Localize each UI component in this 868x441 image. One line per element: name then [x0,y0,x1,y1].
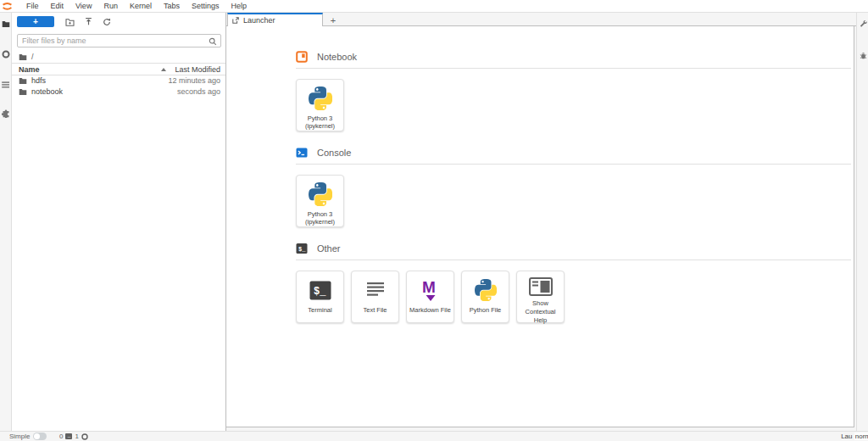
sort-ascending-icon[interactable] [161,68,166,71]
launcher-card-text-file[interactable]: Text File [351,271,399,323]
section-title: Notebook [317,52,357,62]
filter-files-box [17,34,221,47]
section-divider [296,260,851,260]
upload-button[interactable] [83,17,93,27]
file-name: hdfs [31,75,46,87]
launcher-card-notebook-python3[interactable]: Python 3 (ipykernel) [296,79,344,131]
toggle-knob [34,433,40,439]
status-right-text: Lau norm [841,433,868,440]
menu-help[interactable]: Help [225,0,253,12]
card-label: Markdown File [408,306,453,315]
card-label: Terminal [306,306,333,315]
file-row-hdfs[interactable]: hdfs 12 minutes ago [12,75,225,87]
debugger-icon[interactable] [857,48,868,62]
svg-text:M: M [422,278,436,296]
menu-view[interactable]: View [70,0,97,12]
main-dock-panel: Launcher + Notebook [226,13,856,431]
tab-launcher[interactable]: Launcher [227,13,323,26]
status-bar: Simple 0 _ 1 Lau norm [0,431,868,441]
section-title: Other [317,243,341,254]
launcher-card-python-file[interactable]: Python File [461,271,509,323]
search-icon [209,37,217,46]
console-icon [296,147,308,159]
menu-file[interactable]: File [20,0,45,12]
terminal-icon: $_ [308,277,333,303]
folder-icon [19,77,27,85]
breadcrumb-root[interactable]: / [31,53,34,61]
menu-bar: File Edit View Run Kernel Tabs Settings … [0,0,868,13]
card-label: Python File [468,306,504,315]
python-icon [308,181,333,207]
simple-mode-label: Simple [9,433,30,440]
column-last-modified[interactable]: Last Modified [175,64,220,75]
menu-tabs[interactable]: Tabs [158,0,186,12]
launcher-icon [232,17,239,24]
launcher-panel: Notebook Python 3 (ipykernel) [226,26,854,427]
launcher-card-contextual-help[interactable]: Show Contextual Help [516,271,565,323]
table-of-contents-icon[interactable] [0,76,12,93]
menu-edit[interactable]: Edit [45,0,70,12]
launcher-card-terminal[interactable]: $_ Terminal [296,271,344,323]
file-browser-toolbar: + [12,13,225,31]
kernel-terminal-counts[interactable]: 0 _ 1 [59,433,88,440]
svg-text:$_: $_ [298,245,306,252]
right-activity-bar [856,13,868,431]
tab-label: Launcher [243,16,275,25]
running-kernels-icon[interactable] [0,46,12,63]
simple-mode-toggle[interactable] [33,433,47,440]
home-folder-icon [19,53,27,61]
card-label: Python 3 (ipykernel) [297,114,343,131]
launcher-card-markdown-file[interactable]: M Markdown File [406,271,454,323]
launcher-section-notebook: Notebook Python 3 (ipykernel) [296,50,838,131]
new-tab-button[interactable]: + [326,14,340,26]
card-label: Text File [362,306,389,315]
launcher-card-console-python3[interactable]: Python 3 (ipykernel) [296,175,344,227]
jupyter-logo-icon [2,1,13,12]
menu-kernel[interactable]: Kernel [124,0,158,12]
launcher-section-other: $_ Other $_ Terminal [296,242,838,323]
section-divider [296,68,851,69]
new-launcher-button[interactable]: + [17,16,54,27]
extension-manager-icon[interactable] [0,105,12,122]
refresh-button[interactable] [102,17,112,27]
card-label: Python 3 (ipykernel) [297,210,343,227]
svg-text:$_: $_ [314,286,326,298]
menu-settings[interactable]: Settings [186,0,225,12]
menu-run[interactable]: Run [97,0,124,12]
notebook-icon [296,51,308,63]
menu-items: File Edit View Run Kernel Tabs Settings … [20,0,253,12]
launcher-body: Notebook Python 3 (ipykernel) [296,50,838,338]
file-list-header: Name Last Modified [12,63,225,75]
file-browser-icon[interactable] [0,15,12,32]
file-list: hdfs 12 minutes ago notebook seconds ago [12,75,225,98]
left-activity-bar [0,13,12,431]
file-modified: 12 minutes ago [168,75,220,87]
folder-icon [19,88,27,96]
file-row-notebook[interactable]: notebook seconds ago [12,87,225,98]
breadcrumb[interactable]: / [19,53,34,61]
python-icon [308,86,333,111]
python-icon [473,277,498,303]
kernels-count: 1 [75,433,78,440]
markdown-icon: M [418,277,443,303]
section-title: Console [317,148,351,158]
new-folder-button[interactable] [64,17,75,27]
terminal-count-icon: _ [65,433,72,439]
file-browser-panel: + / Name Last Modified hdfs 12 minutes a… [12,13,226,431]
filter-files-input[interactable] [22,35,204,47]
column-name[interactable]: Name [19,64,40,75]
contextual-help-icon [528,277,554,296]
section-divider [296,164,851,165]
terminal-icon: $_ [296,243,308,254]
property-inspector-icon[interactable] [857,16,868,30]
launcher-section-console: Console Python 3 (ipykernel) [296,146,838,227]
file-name: notebook [31,87,63,98]
card-label: Show Contextual Help [517,299,564,324]
tab-bar: Launcher + [226,13,856,26]
terminals-count: 0 [59,433,63,440]
text-file-icon [363,277,388,303]
kernel-status-icon [81,433,88,440]
file-modified: seconds ago [177,87,220,98]
